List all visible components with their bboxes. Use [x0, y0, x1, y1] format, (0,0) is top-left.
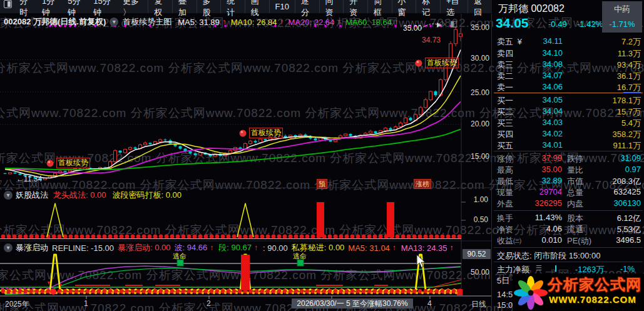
- sell5-volume: 7.2万: [566, 36, 641, 48]
- sell5-price[interactable]: 34.11: [517, 36, 563, 46]
- stat-label: 最低: [497, 176, 513, 187]
- sell2-volume: 36.1万: [566, 71, 641, 82]
- stat-value: 32.89: [541, 176, 562, 185]
- buy3-price[interactable]: 34.03: [517, 118, 563, 127]
- chevron-down-icon[interactable]: ▾: [4, 191, 13, 200]
- menu-item-overlay[interactable]: 叠加: [172, 0, 197, 13]
- stat-value: 5.53亿: [617, 225, 641, 234]
- menu-item-15min[interactable]: 15分钟: [88, 0, 118, 13]
- xaxis-2: 2: [207, 299, 211, 308]
- sell3-label: 卖三: [497, 59, 513, 71]
- menu-item-f10[interactable]: F10: [269, 0, 295, 13]
- scale-35: 35.00: [463, 23, 489, 32]
- main-indicator-name[interactable]: 首板续势主图: [123, 16, 171, 28]
- chevron-down-icon[interactable]: ▾: [4, 243, 13, 252]
- panel3-title[interactable]: 暴涨启动: [16, 242, 48, 253]
- diamond-icon[interactable]: ◇: [439, 19, 445, 28]
- stat-value: 0.97: [625, 165, 641, 174]
- buy4-price[interactable]: 34.02: [517, 129, 563, 138]
- stat-value: 6.12亿: [617, 213, 641, 223]
- menu-item-kaizi[interactable]: 开资: [343, 0, 367, 13]
- stat-label: 涨停: [497, 153, 513, 165]
- menu-item-1min[interactable]: 1分钟: [37, 0, 63, 13]
- menu-item-mark[interactable]: 标记: [416, 0, 440, 13]
- xaxis-4: 4: [427, 299, 432, 308]
- menu-item-tongzi[interactable]: 同资: [319, 0, 344, 13]
- sell2-row[interactable]: 卖二 34.07 36.1万: [492, 71, 644, 82]
- buy2-row[interactable]: 买二 34.04 15.7万: [492, 106, 644, 118]
- chevron-down-icon[interactable]: ▾: [110, 18, 118, 26]
- xaxis-1: 1: [84, 299, 88, 308]
- stat-label: 总量: [567, 187, 583, 198]
- ma5-value: MA5: 31.89: [178, 18, 220, 27]
- stat-label: 跌停: [567, 153, 583, 165]
- mouse-cursor: [416, 254, 427, 269]
- quote-panel: 万邦德 002082 中药 -1.71% 34.05 -0.49 -1.42% …: [491, 0, 644, 311]
- buy1-price[interactable]: 34.05: [517, 95, 563, 105]
- stats-row: 外盘 326295 内盘 306130: [492, 198, 644, 210]
- stat-label: 外盘: [497, 198, 513, 210]
- stat-label: 最高: [497, 165, 513, 176]
- menu-item-zhufen[interactable]: 逐分: [295, 0, 319, 13]
- menu-item-smallwindow[interactable]: 小窗: [392, 0, 416, 13]
- panel3-refline: REFLINE: -15.00: [52, 243, 114, 253]
- buy3-row[interactable]: 买三 34.03 5.4万: [492, 118, 644, 129]
- panel2-title[interactable]: 妖股战法: [16, 190, 48, 201]
- menu-item-drawline[interactable]: 画线: [245, 0, 269, 13]
- ma60-value: MA60: 18.64: [345, 18, 392, 27]
- signal-label-1: 首板续势: [56, 158, 90, 168]
- stat-value: 3496.5: [616, 235, 641, 245]
- panel3-ma5-value: MA5: 31.04: [348, 243, 390, 253]
- sell1-row[interactable]: 卖一 34.06 16.7万: [492, 82, 644, 93]
- buy5-volume: 911.1万: [566, 140, 641, 151]
- list-icon[interactable]: ☰: [536, 264, 542, 272]
- scale-30: 30.00: [463, 54, 489, 63]
- logo-url: WWW.70822.COM: [549, 294, 636, 305]
- sell4-price[interactable]: 34.10: [517, 48, 563, 58]
- window-layout-icon[interactable]: [4, 0, 12, 8]
- sell1-price[interactable]: 34.06: [517, 82, 563, 91]
- panel3-cursor-value-tag: 90.52: [463, 249, 491, 259]
- buy5-price[interactable]: 34.01: [517, 140, 563, 150]
- divider: [494, 247, 643, 248]
- menu-item-stats[interactable]: 统计: [220, 0, 245, 13]
- trade-status: 交易状态: 闭市阶段 15:00:00: [497, 250, 600, 262]
- split-panel-icon[interactable]: ◧: [450, 19, 457, 28]
- menu-item-add-watchlist[interactable]: +自选: [440, 0, 468, 13]
- menu-item-5min[interactable]: 5分钟: [63, 0, 88, 13]
- sell5-row[interactable]: 卖五 ¥ 34.11 7.2万: [492, 36, 644, 48]
- buy1-volume: 178.1万: [566, 95, 641, 106]
- sell4-row[interactable]: 卖四 34.10 11.3万: [492, 48, 644, 59]
- industry-box[interactable]: 中药 -1.71%: [602, 1, 642, 33]
- sell2-price[interactable]: 34.07: [517, 71, 563, 80]
- ma10-up-arrow-icon: ↑: [279, 18, 283, 26]
- buy4-label: 买四: [497, 129, 513, 140]
- chart-corner-icons: ◇ ◧: [439, 18, 457, 28]
- stat-label: 净资: [497, 224, 513, 235]
- menu-item-timeshare[interactable]: 分时: [14, 0, 37, 13]
- menu-item-back[interactable]: 返回: [468, 0, 492, 13]
- flower-logo-icon: [514, 275, 548, 310]
- menu-item-more[interactable]: 更多 〉: [118, 0, 148, 13]
- buy2-price[interactable]: 34.04: [517, 106, 563, 116]
- buy1-label: 买一: [497, 95, 513, 106]
- logo-text: 分析家公式网: [548, 275, 641, 295]
- panel3-ma13-value: MA13: 24.35: [401, 243, 447, 253]
- period-tab-daily[interactable]: 日线: [467, 299, 491, 310]
- buy5-row[interactable]: 买五 34.01 911.1万: [492, 140, 644, 151]
- sell3-price[interactable]: 34.08: [517, 59, 563, 69]
- buy4-row[interactable]: 买四 34.02 358.2万: [492, 129, 644, 140]
- menu-item-jiankuang[interactable]: 简框: [367, 0, 392, 13]
- ma5-up-arrow-icon: ↑: [222, 18, 226, 26]
- buy1-row[interactable]: 买一 34.05 178.1万: [492, 95, 644, 106]
- trading-app-window: 分析家公式网www.70822.com 分析家公式网www.70822.com …: [0, 0, 644, 311]
- sell5-label: 卖五: [497, 37, 513, 46]
- low-price-marker: ←11.34: [16, 175, 42, 183]
- row-time1: 14:5: [497, 290, 513, 299]
- stat-value: 29704: [539, 187, 562, 196]
- menu-item-fuquan[interactable]: 复权: [148, 0, 172, 13]
- chart-header: 002082 万邦德(日线.前复权) ▾ 首板续势主图 MA5: 31.89 ↑…: [4, 16, 403, 28]
- sell3-row[interactable]: 卖三 34.08 93.4万: [492, 59, 644, 71]
- industry-label[interactable]: 中药: [602, 4, 642, 15]
- menu-item-multistock[interactable]: 多股: [197, 0, 221, 13]
